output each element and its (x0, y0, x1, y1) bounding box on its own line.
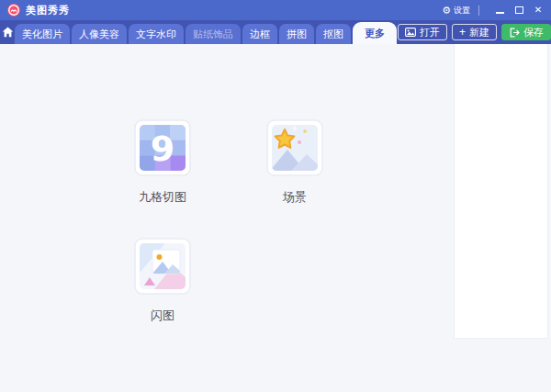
feature-label: 九格切图 (134, 189, 191, 206)
settings-button[interactable]: ⚙ 设置 (442, 5, 470, 17)
save-button[interactable]: 保存 (501, 24, 551, 40)
feature-nine-grid-cut[interactable]: 9 九格切图 (134, 119, 191, 206)
new-button[interactable]: + 新建 (452, 24, 497, 40)
tabbar: 美化图片 人像美容 文字水印 贴纸饰品 边框 拼图 抠图 更多 打开 + 新建 (0, 20, 551, 44)
close-icon: ✕ (534, 6, 542, 15)
tab-text-watermark[interactable]: 文字水印 (129, 24, 184, 44)
save-label: 保存 (523, 26, 544, 39)
app-window: 美图秀秀 ⚙ 设置 ✕ 美化图片 人像美容 文字水印 贴纸饰品 边框 拼图 抠图… (0, 0, 551, 392)
content-area: 9 九格切图 (0, 44, 551, 392)
save-export-icon (509, 28, 520, 38)
plus-icon: + (459, 27, 466, 38)
tab-more[interactable]: 更多 (353, 22, 397, 44)
titlebar-divider (478, 6, 479, 16)
open-button[interactable]: 打开 (398, 24, 447, 40)
feature-scene[interactable]: 场景 (266, 119, 323, 206)
open-label: 打开 (420, 26, 440, 39)
flash-pic-icon (134, 238, 191, 295)
settings-label: 设置 (454, 5, 470, 17)
nine-grid-badge: 9 (151, 129, 174, 169)
close-button[interactable]: ✕ (531, 3, 545, 17)
tab-collage[interactable]: 拼图 (279, 24, 314, 44)
minimize-button[interactable] (492, 3, 507, 17)
maximize-button[interactable] (512, 3, 526, 17)
feature-flash-pic[interactable]: 闪图 (134, 238, 191, 324)
new-label: 新建 (469, 26, 489, 39)
tab-beautify[interactable]: 美化图片 (15, 24, 70, 44)
minimize-icon (496, 12, 504, 14)
tab-frame[interactable]: 边框 (242, 24, 277, 44)
app-title: 美图秀秀 (26, 4, 70, 17)
nine-grid-cut-icon: 9 (134, 119, 191, 176)
home-tab[interactable] (2, 20, 14, 44)
titlebar: 美图秀秀 ⚙ 设置 ✕ (0, 0, 551, 20)
tab-cutout[interactable]: 抠图 (316, 24, 351, 44)
titlebar-controls: ⚙ 设置 ✕ (442, 3, 545, 17)
feature-label: 闪图 (134, 308, 191, 324)
open-image-icon (405, 28, 416, 37)
scene-icon (266, 119, 323, 176)
toolbar: 打开 + 新建 保存 (398, 24, 551, 40)
feature-label: 场景 (266, 189, 323, 206)
home-icon (2, 27, 14, 38)
right-panel (454, 44, 548, 339)
gear-icon: ⚙ (442, 6, 451, 16)
tab-stickers[interactable]: 贴纸饰品 (186, 24, 241, 44)
app-logo-icon (7, 4, 20, 17)
tab-portrait[interactable]: 人像美容 (72, 24, 127, 44)
maximize-icon (515, 6, 523, 14)
